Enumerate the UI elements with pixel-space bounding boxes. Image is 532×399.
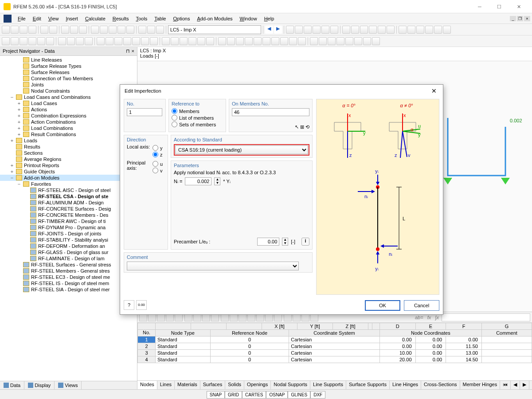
tb2-27[interactable] bbox=[245, 37, 253, 45]
pick-arrow-icon[interactable]: ↖ bbox=[295, 124, 299, 130]
tb2-24[interactable] bbox=[218, 37, 226, 45]
table-tab-solids[interactable]: Solids bbox=[225, 381, 244, 389]
tb-e5[interactable] bbox=[434, 26, 442, 34]
tb2-18[interactable] bbox=[162, 37, 170, 45]
tb-table3[interactable] bbox=[156, 26, 164, 34]
tb2-28[interactable] bbox=[254, 37, 262, 45]
table-row[interactable]: 4Standard0Cartesian20.000.0014.50 bbox=[138, 356, 532, 363]
cancel-button[interactable]: Cancel bbox=[404, 300, 439, 311]
tb2-31[interactable] bbox=[280, 37, 288, 45]
tree-item[interactable]: RF-DYNAM Pro - Dynamic ana bbox=[0, 224, 137, 231]
tree-item[interactable]: +Load Cases bbox=[0, 100, 137, 106]
tb2-16[interactable] bbox=[141, 37, 149, 45]
tb-save[interactable] bbox=[20, 26, 27, 34]
table-tab-lines[interactable]: Lines bbox=[157, 381, 175, 389]
tb-window[interactable] bbox=[117, 26, 125, 34]
tab-prev[interactable]: ◀ bbox=[511, 381, 520, 389]
tb2-5[interactable] bbox=[37, 37, 45, 45]
tb-e2[interactable] bbox=[407, 26, 415, 34]
tree-item[interactable]: RF-STEEL EC3 - Design of steel me bbox=[0, 274, 137, 280]
tb2-32[interactable] bbox=[289, 37, 297, 45]
menu-results[interactable]: Results bbox=[109, 16, 133, 21]
units-icon[interactable]: 0.00 bbox=[136, 300, 147, 310]
tree-item[interactable]: RF-STEEL Members - General stres bbox=[0, 268, 137, 274]
axis-u-radio[interactable] bbox=[153, 161, 158, 167]
status-osnap[interactable]: OSNAP bbox=[266, 391, 288, 399]
tree-item[interactable]: RF-STABILITY - Stability analysi bbox=[0, 237, 137, 243]
tree-item[interactable]: Surface Release Types bbox=[0, 63, 137, 69]
tb-table2[interactable] bbox=[147, 26, 155, 34]
tree-item[interactable]: RF-STEEL AISC - Design of steel bbox=[0, 187, 137, 193]
tb-r2[interactable] bbox=[295, 26, 303, 34]
menu-table[interactable]: Table bbox=[151, 16, 169, 21]
tree-item[interactable]: +Guide Objects bbox=[0, 168, 137, 175]
tb-all[interactable] bbox=[126, 26, 134, 34]
tb2-15[interactable] bbox=[132, 37, 140, 45]
tb2-22[interactable] bbox=[197, 37, 205, 45]
tb2-2[interactable] bbox=[11, 37, 19, 45]
tree-item[interactable]: Line Releases bbox=[0, 57, 137, 63]
tb2-8[interactable] bbox=[67, 37, 75, 45]
tb2-39[interactable] bbox=[354, 37, 362, 45]
precamber-spinner[interactable]: ▲▼ bbox=[282, 238, 288, 246]
no-input[interactable] bbox=[127, 108, 162, 116]
tree-item[interactable]: RF-ALUMINUM ADM - Design bbox=[0, 200, 137, 206]
tb2-38[interactable] bbox=[345, 37, 353, 45]
tb-m3[interactable] bbox=[360, 26, 368, 34]
tb-r5[interactable] bbox=[321, 26, 329, 34]
tree-item[interactable]: RF-STEEL IS - Design of steel mem bbox=[0, 280, 137, 286]
tree-item[interactable]: Surface Releases bbox=[0, 69, 137, 75]
tb-r3[interactable] bbox=[304, 26, 312, 34]
tb-m6[interactable] bbox=[387, 26, 395, 34]
tree-item[interactable]: RF-STEEL SIA - Design of steel mer bbox=[0, 286, 137, 293]
menu-tools[interactable]: Tools bbox=[132, 16, 151, 21]
ni-spinner[interactable]: ▲▼ bbox=[214, 177, 220, 185]
status-glines[interactable]: GLINES bbox=[288, 391, 310, 399]
tb2-30[interactable] bbox=[271, 37, 279, 45]
ni-input[interactable] bbox=[185, 177, 211, 185]
tb-new[interactable] bbox=[2, 26, 10, 34]
tree-item[interactable]: RF-LAMINATE - Design of lam bbox=[0, 255, 137, 262]
tb2-40[interactable] bbox=[363, 37, 371, 45]
ref-sets-radio[interactable] bbox=[172, 121, 177, 127]
table-tab-line-supports[interactable]: Line Supports bbox=[310, 381, 346, 389]
ref-list-radio[interactable] bbox=[172, 115, 177, 121]
tb2-34[interactable] bbox=[310, 37, 318, 45]
tb-r4[interactable] bbox=[313, 26, 321, 34]
tb2-25[interactable] bbox=[227, 37, 235, 45]
tb2-21[interactable] bbox=[188, 37, 196, 45]
tree-item[interactable]: +Combination Expressions bbox=[0, 113, 137, 119]
info-icon[interactable]: i bbox=[301, 238, 309, 246]
table-tab-surfaces[interactable]: Surfaces bbox=[200, 381, 225, 389]
table-row[interactable]: 2Standard0Cartesian0.000.0011.50 bbox=[138, 343, 532, 350]
tb-e6[interactable] bbox=[443, 26, 451, 34]
table-tab-cross-sections[interactable]: Cross-Sections bbox=[421, 381, 460, 389]
tb-m4[interactable] bbox=[369, 26, 377, 34]
comment-pick-icon[interactable] bbox=[301, 262, 309, 270]
tb-e4[interactable] bbox=[425, 26, 433, 34]
tree-item[interactable]: +Actions bbox=[0, 106, 137, 113]
tree-item[interactable]: Joints bbox=[0, 82, 137, 88]
table-tab-line-hinges[interactable]: Line Hinges bbox=[390, 381, 421, 389]
tree-item[interactable]: RF-CONCRETE Members - Des bbox=[0, 212, 137, 218]
minimize-button[interactable]: ─ bbox=[470, 0, 489, 13]
menu-window[interactable]: Window bbox=[236, 16, 261, 21]
tab-next[interactable]: ▶ bbox=[520, 381, 529, 389]
menu-insert[interactable]: Insert bbox=[62, 16, 82, 21]
table-tab-nodal-supports[interactable]: Nodal Supports bbox=[271, 381, 310, 389]
tb-table1[interactable] bbox=[138, 26, 146, 34]
tree-item[interactable]: −Favorites bbox=[0, 181, 137, 187]
formula-input[interactable] bbox=[442, 313, 530, 321]
mdi-min-button[interactable]: _ bbox=[510, 16, 516, 21]
tb-e3[interactable] bbox=[416, 26, 424, 34]
tb-m1[interactable] bbox=[342, 26, 350, 34]
tree-item[interactable]: RF-GLASS - Design of glass sur bbox=[0, 249, 137, 255]
dialog-close-button[interactable]: ✕ bbox=[430, 87, 438, 94]
tb-prev[interactable]: ◀ bbox=[265, 26, 273, 34]
navigator-close-icon[interactable]: × bbox=[132, 48, 134, 54]
tb-m2[interactable] bbox=[351, 26, 359, 34]
tb2-6[interactable] bbox=[46, 37, 54, 45]
menu-file[interactable]: File bbox=[14, 16, 29, 21]
tb-select[interactable] bbox=[109, 26, 117, 34]
navigator-pin-icon[interactable]: ⊓ bbox=[126, 48, 130, 54]
